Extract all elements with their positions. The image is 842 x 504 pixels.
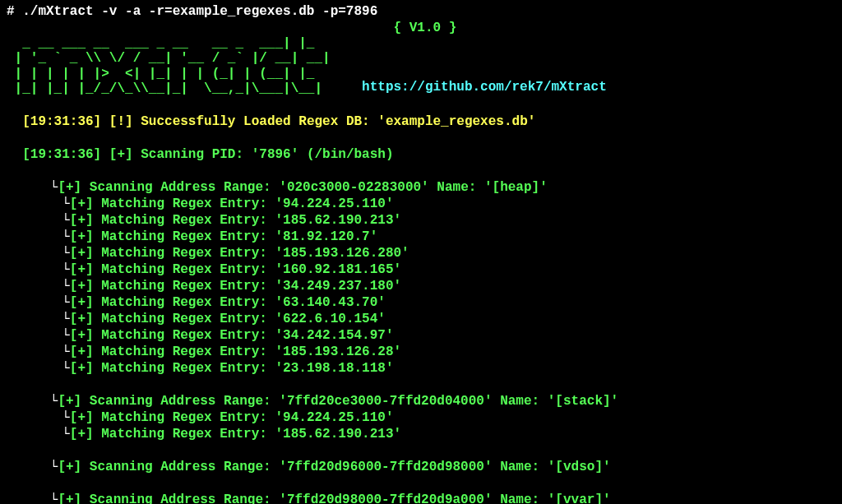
match-line: └[+] Matching Regex Entry: '185.62.190.2…	[7, 212, 835, 229]
tree-icon: └	[62, 344, 70, 359]
match-value: '34.249.237.180'	[275, 279, 401, 294]
tree-icon: └	[62, 197, 70, 211]
scan-label: Scanning Address Range:	[90, 460, 271, 474]
match-value: '63.140.43.70'	[275, 295, 385, 310]
tree-icon: └	[62, 328, 70, 343]
scan-label: Scanning Address Range:	[90, 180, 271, 195]
marker: [+]	[70, 279, 94, 294]
match-label: Matching Regex Entry:	[101, 229, 267, 244]
name-label: Name:	[500, 492, 539, 504]
marker: [!]	[109, 114, 133, 129]
scan-range-line: └[+] Scanning Address Range: '7ffd20d960…	[7, 442, 835, 475]
marker: [+]	[58, 460, 81, 474]
marker: [+]	[70, 410, 94, 425]
match-line: └[+] Matching Regex Entry: '63.140.43.70…	[7, 294, 835, 311]
marker: [+]	[70, 246, 94, 261]
version-label: { V1.0 }	[393, 20, 456, 36]
match-value: '81.92.120.7'	[275, 229, 377, 244]
match-label: Matching Regex Entry:	[101, 410, 267, 425]
marker: [+]	[70, 262, 94, 277]
match-line: └[+] Matching Regex Entry: '34.249.237.1…	[7, 278, 835, 294]
tree-icon: └	[62, 213, 70, 228]
match-line: └[+] Matching Regex Entry: '94.224.25.11…	[7, 409, 835, 426]
match-label: Matching Regex Entry:	[101, 328, 267, 343]
marker: [+]	[58, 394, 81, 409]
tree-icon: └	[62, 262, 70, 277]
match-label: Matching Regex Entry:	[101, 213, 267, 228]
marker: [+]	[58, 180, 81, 195]
match-value: '34.242.154.97'	[275, 328, 393, 343]
tree-icon: └	[62, 279, 70, 294]
marker: [+]	[109, 147, 133, 162]
name-label: Name:	[500, 460, 539, 474]
scan-name: '[vdso]'	[548, 460, 611, 474]
match-value: '185.62.190.213'	[275, 213, 401, 228]
marker: [+]	[70, 328, 94, 343]
match-value: '23.198.18.118'	[275, 361, 393, 376]
match-line: └[+] Matching Regex Entry: '94.224.25.11…	[7, 196, 835, 212]
match-value: '94.224.25.110'	[275, 197, 393, 211]
match-value: '185.62.190.213'	[275, 427, 401, 442]
tree-icon: └	[62, 427, 70, 442]
ascii-version-row: { V1.0 }	[7, 20, 835, 36]
match-line: └[+] Matching Regex Entry: '160.92.181.1…	[7, 261, 835, 278]
match-line: └[+] Matching Regex Entry: '185.193.126.…	[7, 245, 835, 261]
marker: [+]	[70, 361, 94, 376]
scan-range-line: └[+] Scanning Address Range: '7ffd20ce30…	[7, 377, 835, 409]
scan-range: '7ffd20ce3000-7ffd20d04000'	[279, 394, 492, 409]
timestamp: [19:31:36]	[22, 147, 101, 162]
scan-name: '[vvar]'	[548, 492, 611, 504]
match-label: Matching Regex Entry:	[101, 312, 267, 326]
name-label: Name:	[437, 180, 476, 195]
marker: [+]	[70, 427, 94, 442]
scan-range-line: └[+] Scanning Address Range: '7ffd20d980…	[7, 475, 835, 504]
marker: [+]	[70, 344, 94, 359]
match-label: Matching Regex Entry:	[101, 246, 267, 261]
tree-icon: └	[62, 312, 70, 326]
scan-name: '[stack]'	[548, 394, 618, 409]
marker: [+]	[70, 312, 94, 326]
marker: [+]	[70, 197, 94, 211]
tree-icon: └	[62, 229, 70, 244]
match-label: Matching Regex Entry:	[101, 427, 267, 442]
match-line: └[+] Matching Regex Entry: '185.193.126.…	[7, 344, 835, 360]
tree-icon: └	[50, 180, 58, 195]
match-line: └[+] Matching Regex Entry: '622.6.10.154…	[7, 311, 835, 327]
marker: [+]	[70, 229, 94, 244]
scanning-pid-text: Scanning PID: '7896' (/bin/bash)	[141, 147, 393, 162]
tree-icon: └	[50, 394, 58, 409]
command-line: # ./mXtract -v -a -r=example_regexes.db …	[7, 3, 835, 20]
tree-icon: └	[50, 492, 58, 504]
loaded-line: [19:31:36] [!] Successfully Loaded Regex…	[7, 97, 835, 130]
match-label: Matching Regex Entry:	[101, 295, 267, 310]
match-line: └[+] Matching Regex Entry: '23.198.18.11…	[7, 360, 835, 377]
match-label: Matching Regex Entry:	[101, 262, 267, 277]
scan-range: '020c3000-02283000'	[279, 180, 428, 195]
match-value: '185.193.126.280'	[275, 246, 409, 261]
match-label: Matching Regex Entry:	[101, 279, 267, 294]
match-value: '185.193.126.28'	[275, 344, 401, 359]
scan-range: '7ffd20d96000-7ffd20d98000'	[279, 460, 492, 474]
tree-icon: └	[62, 246, 70, 261]
scan-range-line: └[+] Scanning Address Range: '020c3000-0…	[7, 163, 835, 196]
tree-icon: └	[62, 295, 70, 310]
scanning-pid-line: [19:31:36] [+] Scanning PID: '7896' (/bi…	[7, 130, 835, 163]
match-value: '160.92.181.165'	[275, 262, 401, 277]
match-line: └[+] Matching Regex Entry: '81.92.120.7'	[7, 229, 835, 245]
match-label: Matching Regex Entry:	[101, 361, 267, 376]
match-label: Matching Regex Entry:	[101, 197, 267, 211]
github-url: https://github.com/rek7/mXtract	[331, 79, 607, 97]
match-value: '622.6.10.154'	[275, 312, 385, 326]
tree-icon: └	[62, 410, 70, 425]
tree-icon: └	[50, 460, 58, 474]
scan-label: Scanning Address Range:	[90, 492, 271, 504]
marker: [+]	[70, 213, 94, 228]
timestamp: [19:31:36]	[22, 114, 101, 129]
marker: [+]	[58, 492, 81, 504]
ascii-logo-block: _ __ ___ __ ___ _ __ __ _ ___| |_ | '_ `…	[7, 36, 835, 97]
match-label: Matching Regex Entry:	[101, 344, 267, 359]
scan-name: '[heap]'	[484, 180, 548, 195]
tree-icon: └	[62, 361, 70, 376]
match-value: '94.224.25.110'	[275, 410, 393, 425]
loaded-text: Successfully Loaded Regex DB: 'example_r…	[141, 114, 535, 129]
